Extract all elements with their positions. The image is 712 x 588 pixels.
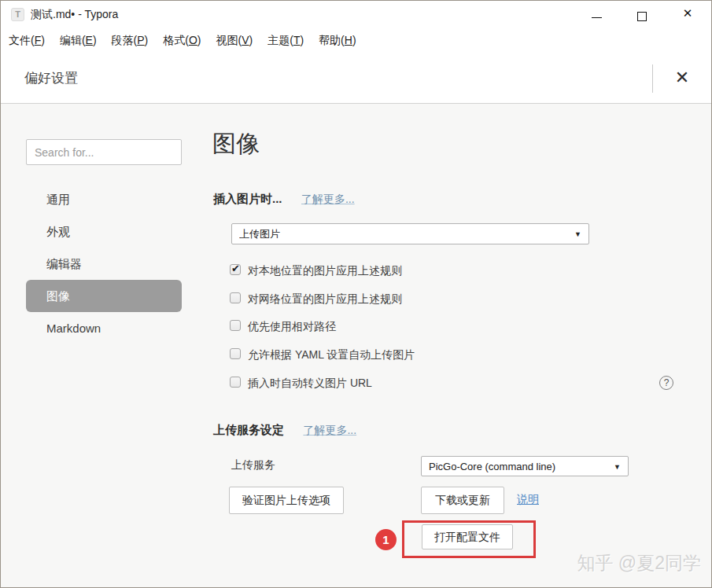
chevron-down-icon: ▼	[574, 224, 581, 244]
typora-app-icon: T	[11, 8, 24, 21]
upload-service-title: 上传服务设定	[213, 423, 284, 436]
menu-paragraph[interactable]: 段落(P)	[112, 34, 149, 48]
checkbox-row-relative-path[interactable]: ✔ 优先使用相对路径	[230, 320, 336, 333]
upload-service-select[interactable]: PicGo-Core (command line) ▼	[421, 456, 629, 476]
checkbox-row-network-images[interactable]: ✔ 对网络位置的图片应用上述规则	[230, 292, 402, 305]
maximize-button[interactable]	[625, 1, 659, 28]
checkbox-checked-icon[interactable]: ✔	[230, 264, 241, 275]
search-box	[26, 139, 182, 165]
checkbox-label: 允许根据 YAML 设置自动上传图片	[248, 348, 415, 361]
upload-service-value: PicGo-Core (command line)	[429, 457, 609, 476]
close-preferences-button[interactable]: ✕	[664, 54, 700, 103]
sidebar-item-editor[interactable]: 编辑器	[26, 248, 182, 280]
page-title: 图像	[212, 128, 260, 160]
annotation-badge-1: 1	[375, 529, 397, 550]
window-title: 测试.md• - Typora	[31, 1, 118, 28]
upload-learn-more-link[interactable]: 了解更多...	[303, 424, 356, 436]
checkbox-label: 对本地位置的图片应用上述规则	[248, 264, 402, 277]
checkbox-row-escape-url[interactable]: ✔ 插入时自动转义图片 URL	[230, 377, 372, 389]
preferences-content: 通用 外观 编辑器 图像 Markdown 图像 插入图片时... 了解更多..…	[1, 104, 712, 588]
menu-file[interactable]: 文件(F)	[9, 34, 45, 48]
chevron-down-icon: ▼	[614, 457, 621, 476]
checkbox-row-local-images[interactable]: ✔ 对本地位置的图片应用上述规则	[230, 264, 402, 277]
insert-action-select[interactable]: 上传图片 ▼	[231, 223, 589, 244]
menu-bar: 文件(F) 编辑(E) 段落(P) 格式(O) 视图(V) 主题(T) 帮助(H…	[1, 28, 712, 54]
watermark: 知乎 @夏2同学	[577, 551, 701, 575]
insert-image-section-header: 插入图片时... 了解更多...	[213, 192, 355, 208]
menu-theme[interactable]: 主题(T)	[267, 34, 304, 48]
upload-service-label: 上传服务	[231, 458, 275, 472]
sidebar-item-image[interactable]: 图像	[26, 280, 182, 312]
sidebar-item-markdown[interactable]: Markdown	[26, 312, 182, 344]
checkbox-unchecked-icon[interactable]: ✔	[230, 320, 241, 331]
checkbox-label: 插入时自动转义图片 URL	[248, 377, 372, 389]
checkbox-unchecked-icon[interactable]: ✔	[230, 292, 241, 303]
menu-help[interactable]: 帮助(H)	[319, 34, 356, 48]
download-update-button[interactable]: 下载或更新	[421, 487, 504, 514]
open-config-file-button[interactable]: 打开配置文件	[422, 524, 513, 549]
preferences-header: 偏好设置 ✕	[1, 54, 712, 104]
minimize-icon	[592, 17, 602, 18]
sidebar-item-appearance[interactable]: 外观	[26, 215, 182, 248]
upload-service-section-header: 上传服务设定 了解更多...	[213, 423, 356, 439]
close-icon: ✕	[675, 68, 689, 87]
sidebar-item-general[interactable]: 通用	[26, 183, 182, 215]
typora-window: T 测试.md• - Typora ✕ 文件(F) 编辑(E) 段落(P) 格式…	[0, 0, 712, 588]
maximize-icon	[637, 12, 647, 21]
checkbox-unchecked-icon[interactable]: ✔	[230, 377, 241, 388]
checkbox-label: 对网络位置的图片应用上述规则	[248, 292, 402, 305]
insert-image-label: 插入图片时...	[213, 192, 282, 205]
preferences-title: 偏好设置	[24, 54, 78, 103]
insert-learn-more-link[interactable]: 了解更多...	[301, 193, 355, 205]
menu-format[interactable]: 格式(O)	[163, 34, 201, 48]
checkbox-unchecked-icon[interactable]: ✔	[230, 348, 241, 359]
help-icon[interactable]: ?	[659, 376, 673, 390]
close-icon: ✕	[683, 6, 693, 20]
minimize-button[interactable]	[580, 1, 613, 28]
title-bar: T 测试.md• - Typora ✕	[1, 1, 712, 28]
close-window-button[interactable]: ✕	[671, 1, 704, 28]
checkbox-row-yaml-upload[interactable]: ✔ 允许根据 YAML 设置自动上传图片	[230, 348, 415, 361]
validate-upload-button[interactable]: 验证图片上传选项	[229, 487, 344, 514]
insert-action-value: 上传图片	[239, 224, 570, 244]
docs-link[interactable]: 说明	[517, 487, 539, 514]
search-input[interactable]	[27, 140, 181, 164]
menu-view[interactable]: 视图(V)	[216, 34, 253, 48]
menu-edit[interactable]: 编辑(E)	[60, 34, 97, 48]
checkbox-label: 优先使用相对路径	[248, 320, 336, 333]
header-divider	[652, 64, 653, 93]
